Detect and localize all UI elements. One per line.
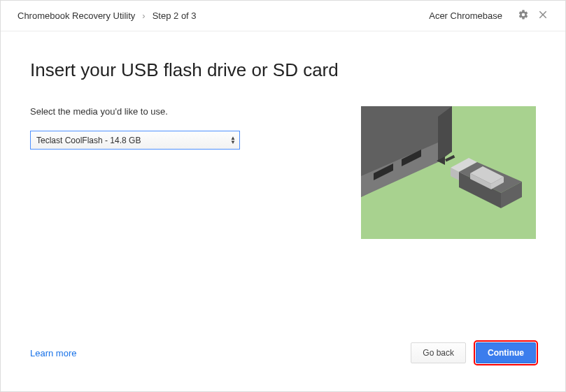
app-window: Chromebook Recovery Utility › Step 2 of … (0, 0, 566, 392)
media-select-wrap: Teclast CoolFlash - 14.8 GB ▲▼ (30, 131, 240, 150)
app-title: Chromebook Recovery Utility (17, 10, 135, 21)
close-button[interactable] (533, 6, 553, 26)
learn-more-link[interactable]: Learn more (30, 348, 76, 358)
gear-icon (518, 9, 529, 22)
titlebar: Chromebook Recovery Utility › Step 2 of … (1, 1, 565, 31)
close-icon (538, 10, 548, 22)
media-select[interactable]: Teclast CoolFlash - 14.8 GB (30, 131, 240, 150)
footer: Learn more Go back Continue (1, 342, 565, 391)
content-area: Insert your USB flash drive or SD card S… (1, 31, 565, 342)
go-back-button[interactable]: Go back (411, 342, 466, 363)
device-name: Acer Chromebase (429, 10, 502, 21)
continue-button[interactable]: Continue (476, 342, 536, 363)
settings-button[interactable] (514, 6, 533, 26)
usb-illustration (361, 106, 536, 239)
page-title: Insert your USB flash drive or SD card (30, 59, 536, 81)
media-prompt: Select the media you'd like to use. (30, 106, 289, 117)
breadcrumb-separator: › (142, 10, 145, 21)
step-indicator: Step 2 of 3 (153, 10, 197, 21)
